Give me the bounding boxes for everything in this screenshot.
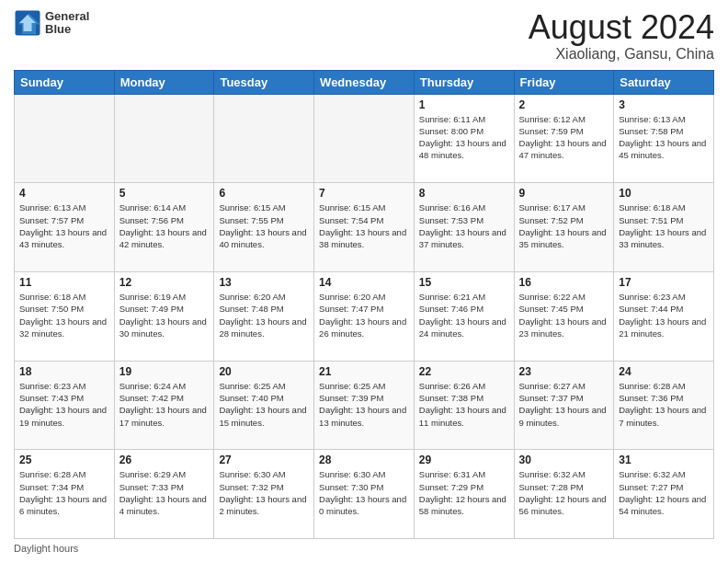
calendar-day-cell: 14Sunrise: 6:20 AM Sunset: 7:47 PM Dayli… — [314, 271, 415, 361]
day-info: Sunrise: 6:28 AM Sunset: 7:36 PM Dayligh… — [619, 380, 709, 429]
calendar-day-header: Tuesday — [214, 70, 314, 94]
header: General Blue August 2024 Xiaoliang, Gans… — [14, 9, 714, 63]
day-number: 11 — [19, 276, 109, 289]
day-info: Sunrise: 6:16 AM Sunset: 7:53 PM Dayligh… — [419, 201, 509, 250]
calendar-week-row: 1Sunrise: 6:11 AM Sunset: 8:00 PM Daylig… — [15, 94, 714, 183]
calendar-day-cell: 17Sunrise: 6:23 AM Sunset: 7:44 PM Dayli… — [614, 271, 714, 361]
day-info: Sunrise: 6:14 AM Sunset: 7:56 PM Dayligh… — [119, 201, 210, 250]
day-number: 15 — [419, 276, 509, 289]
day-info: Sunrise: 6:22 AM Sunset: 7:45 PM Dayligh… — [519, 291, 609, 339]
day-info: Sunrise: 6:12 AM Sunset: 7:59 PM Dayligh… — [519, 113, 609, 162]
day-number: 24 — [619, 365, 709, 378]
calendar-day-cell: 23Sunrise: 6:27 AM Sunset: 7:37 PM Dayli… — [514, 361, 614, 450]
footer: Daylight hours — [14, 543, 714, 554]
day-number: 18 — [19, 365, 109, 378]
day-info: Sunrise: 6:20 AM Sunset: 7:47 PM Dayligh… — [319, 291, 409, 339]
day-number: 1 — [419, 98, 509, 111]
calendar-day-cell: 20Sunrise: 6:25 AM Sunset: 7:40 PM Dayli… — [214, 361, 314, 450]
day-info: Sunrise: 6:28 AM Sunset: 7:34 PM Dayligh… — [19, 468, 109, 517]
day-number: 26 — [119, 454, 210, 466]
day-info: Sunrise: 6:20 AM Sunset: 7:48 PM Dayligh… — [219, 291, 309, 339]
calendar-day-cell: 2Sunrise: 6:12 AM Sunset: 7:59 PM Daylig… — [514, 94, 614, 183]
day-number: 14 — [319, 276, 409, 289]
calendar-day-cell: 7Sunrise: 6:15 AM Sunset: 7:54 PM Daylig… — [314, 183, 415, 272]
day-number: 10 — [619, 187, 709, 200]
logo-line2: Blue — [45, 23, 89, 36]
calendar-day-cell: 31Sunrise: 6:32 AM Sunset: 7:27 PM Dayli… — [614, 450, 714, 539]
calendar-day-cell: 25Sunrise: 6:28 AM Sunset: 7:34 PM Dayli… — [15, 450, 115, 539]
calendar-day-header: Monday — [114, 70, 214, 94]
day-info: Sunrise: 6:17 AM Sunset: 7:52 PM Dayligh… — [519, 201, 609, 250]
day-number: 22 — [419, 365, 509, 378]
day-number: 12 — [119, 276, 210, 289]
day-info: Sunrise: 6:15 AM Sunset: 7:54 PM Dayligh… — [319, 201, 409, 250]
calendar-day-cell: 29Sunrise: 6:31 AM Sunset: 7:29 PM Dayli… — [414, 450, 514, 539]
calendar-day-cell: 12Sunrise: 6:19 AM Sunset: 7:49 PM Dayli… — [114, 271, 214, 361]
calendar-day-cell: 5Sunrise: 6:14 AM Sunset: 7:56 PM Daylig… — [114, 183, 214, 272]
calendar-day-cell: 15Sunrise: 6:21 AM Sunset: 7:46 PM Dayli… — [414, 271, 514, 361]
calendar-day-cell: 16Sunrise: 6:22 AM Sunset: 7:45 PM Dayli… — [514, 271, 614, 361]
calendar-day-header: Wednesday — [314, 70, 415, 94]
day-info: Sunrise: 6:13 AM Sunset: 7:57 PM Dayligh… — [19, 201, 109, 250]
calendar-day-header: Friday — [514, 70, 614, 94]
calendar-day-cell: 1Sunrise: 6:11 AM Sunset: 8:00 PM Daylig… — [414, 94, 514, 183]
day-number: 31 — [619, 454, 709, 466]
day-info: Sunrise: 6:25 AM Sunset: 7:40 PM Dayligh… — [219, 380, 309, 429]
day-info: Sunrise: 6:23 AM Sunset: 7:43 PM Dayligh… — [19, 380, 109, 429]
day-number: 27 — [219, 454, 309, 466]
calendar-day-cell: 24Sunrise: 6:28 AM Sunset: 7:36 PM Dayli… — [614, 361, 714, 450]
calendar-day-cell: 8Sunrise: 6:16 AM Sunset: 7:53 PM Daylig… — [414, 183, 514, 272]
day-info: Sunrise: 6:21 AM Sunset: 7:46 PM Dayligh… — [419, 291, 509, 339]
calendar-day-cell: 4Sunrise: 6:13 AM Sunset: 7:57 PM Daylig… — [15, 183, 115, 272]
calendar-day-cell: 3Sunrise: 6:13 AM Sunset: 7:58 PM Daylig… — [614, 94, 714, 183]
calendar-day-cell: 26Sunrise: 6:29 AM Sunset: 7:33 PM Dayli… — [114, 450, 214, 539]
day-info: Sunrise: 6:15 AM Sunset: 7:55 PM Dayligh… — [219, 201, 309, 250]
calendar-day-cell — [15, 94, 115, 183]
day-info: Sunrise: 6:26 AM Sunset: 7:38 PM Dayligh… — [419, 380, 509, 429]
day-info: Sunrise: 6:32 AM Sunset: 7:28 PM Dayligh… — [519, 468, 609, 517]
title-block: August 2024 Xiaoliang, Gansu, China — [529, 9, 714, 63]
logo: General Blue — [14, 9, 89, 37]
day-number: 6 — [219, 187, 309, 200]
daylight-label: Daylight hours — [14, 543, 78, 554]
calendar-day-cell — [214, 94, 314, 183]
day-info: Sunrise: 6:19 AM Sunset: 7:49 PM Dayligh… — [119, 291, 210, 339]
calendar-week-row: 18Sunrise: 6:23 AM Sunset: 7:43 PM Dayli… — [15, 361, 714, 450]
day-number: 7 — [319, 187, 409, 200]
page: General Blue August 2024 Xiaoliang, Gans… — [0, 0, 728, 563]
day-info: Sunrise: 6:23 AM Sunset: 7:44 PM Dayligh… — [619, 291, 709, 339]
day-number: 9 — [519, 187, 609, 200]
calendar-day-cell: 19Sunrise: 6:24 AM Sunset: 7:42 PM Dayli… — [114, 361, 214, 450]
calendar-day-cell: 28Sunrise: 6:30 AM Sunset: 7:30 PM Dayli… — [314, 450, 415, 539]
day-number: 25 — [19, 454, 109, 466]
day-number: 16 — [519, 276, 609, 289]
day-info: Sunrise: 6:30 AM Sunset: 7:32 PM Dayligh… — [219, 468, 309, 517]
day-number: 29 — [419, 454, 509, 466]
calendar-day-header: Saturday — [614, 70, 714, 94]
main-title: August 2024 — [529, 9, 714, 46]
day-number: 23 — [519, 365, 609, 378]
day-number: 13 — [219, 276, 309, 289]
calendar-day-cell — [114, 94, 214, 183]
day-info: Sunrise: 6:29 AM Sunset: 7:33 PM Dayligh… — [119, 468, 210, 517]
day-number: 17 — [619, 276, 709, 289]
day-number: 20 — [219, 365, 309, 378]
day-info: Sunrise: 6:31 AM Sunset: 7:29 PM Dayligh… — [419, 468, 509, 517]
day-number: 3 — [619, 98, 709, 111]
day-number: 21 — [319, 365, 409, 378]
calendar-day-cell: 30Sunrise: 6:32 AM Sunset: 7:28 PM Dayli… — [514, 450, 614, 539]
calendar-day-cell — [314, 94, 415, 183]
calendar-week-row: 4Sunrise: 6:13 AM Sunset: 7:57 PM Daylig… — [15, 183, 714, 272]
calendar-header-row: SundayMondayTuesdayWednesdayThursdayFrid… — [15, 70, 714, 94]
calendar-day-cell: 10Sunrise: 6:18 AM Sunset: 7:51 PM Dayli… — [614, 183, 714, 272]
logo-icon — [14, 9, 41, 37]
calendar-day-cell: 21Sunrise: 6:25 AM Sunset: 7:39 PM Dayli… — [314, 361, 415, 450]
calendar-day-cell: 22Sunrise: 6:26 AM Sunset: 7:38 PM Dayli… — [414, 361, 514, 450]
calendar-day-cell: 13Sunrise: 6:20 AM Sunset: 7:48 PM Dayli… — [214, 271, 314, 361]
subtitle: Xiaoliang, Gansu, China — [529, 46, 714, 63]
calendar-day-cell: 6Sunrise: 6:15 AM Sunset: 7:55 PM Daylig… — [214, 183, 314, 272]
logo-line1: General — [45, 10, 89, 23]
day-number: 2 — [519, 98, 609, 111]
calendar-day-cell: 27Sunrise: 6:30 AM Sunset: 7:32 PM Dayli… — [214, 450, 314, 539]
day-number: 30 — [519, 454, 609, 466]
